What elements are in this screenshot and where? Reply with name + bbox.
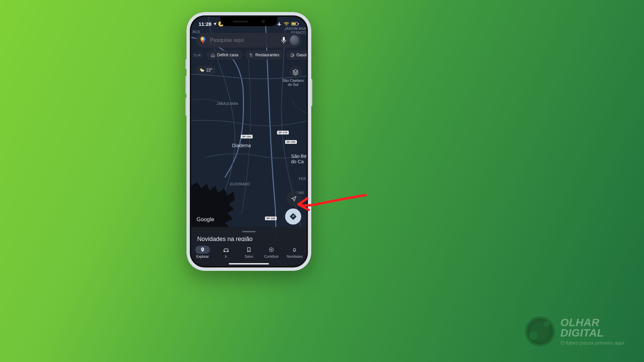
home-icon (211, 53, 215, 57)
phone-frame: 11:28 ★ (186, 12, 311, 271)
chip-label: Restaurantes (255, 53, 279, 57)
sheet-handle[interactable] (242, 231, 256, 232)
layers-icon (292, 69, 299, 75)
profile-avatar[interactable] (290, 35, 299, 45)
bottom-nav: Explorar Ir Salvo Contribuir Novidades (191, 241, 307, 266)
chip-label: Gasolina (297, 53, 307, 57)
olhar-digital-logo-icon (525, 316, 555, 347)
chip-prev-edge[interactable]: ‹ (195, 50, 204, 60)
nav-salvo[interactable]: Salvo (242, 246, 256, 258)
airplane-icon (277, 21, 282, 26)
svg-rect-1 (292, 23, 296, 25)
search-input[interactable] (209, 37, 278, 44)
phone-screen: 11:28 ★ (191, 17, 307, 266)
svg-point-3 (202, 38, 204, 40)
nav-label: Ir (225, 255, 227, 258)
notch (220, 17, 277, 26)
nav-label: Novidades (287, 255, 303, 258)
battery-icon (291, 22, 299, 26)
nav-label: Explorar (196, 255, 209, 258)
map-city-diadema: Diadema (232, 143, 251, 148)
olhar-digital-watermark: OLHAR DIGITAL O futuro passa primeiro aq… (525, 316, 624, 347)
location-arrow-icon (213, 22, 217, 26)
road-tag-sp176: SP-176 (277, 131, 289, 134)
google-watermark: Google (197, 217, 214, 223)
road-tag-sp160: SP-160 (241, 135, 253, 138)
chip-definir-casa[interactable]: Definir casa (207, 50, 242, 60)
nav-label: Salvo (245, 255, 253, 258)
watermark-tagline: O futuro passa primeiro aqui (560, 340, 624, 346)
pin-icon (200, 247, 205, 252)
annotation-arrow (295, 191, 369, 221)
layers-button[interactable] (289, 66, 302, 78)
canvas: 11:28 ★ (0, 0, 644, 362)
weather-pill[interactable]: 22° (196, 66, 216, 74)
map-city-scs: São Caetano do Sul (282, 78, 304, 86)
svg-rect-4 (283, 37, 285, 41)
nav-contribuir[interactable]: Contribuir (264, 246, 279, 258)
svg-point-8 (202, 248, 203, 249)
gas-pump-icon (290, 53, 294, 57)
map-label-fer: FER (299, 177, 306, 181)
road-tag-sp150: SP-150 (285, 140, 297, 144)
svg-point-6 (201, 69, 204, 71)
status-time: 11:28 (199, 21, 211, 27)
weather-sun-cloud-icon (199, 68, 205, 72)
map-city-sbc: São Be do Ca (291, 154, 307, 164)
nav-ir[interactable]: Ir (218, 246, 234, 258)
maps-pin-icon (200, 37, 206, 44)
map-label-jabaquara: JABAQUARA (217, 102, 238, 106)
nav-novidades[interactable]: Novidades (287, 246, 303, 258)
road-tag-sp160b: SP-160 (265, 217, 277, 220)
nav-explorar[interactable]: Explorar (195, 246, 210, 258)
watermark-line1: OLHAR (560, 317, 624, 327)
power-button (311, 79, 312, 106)
chip-restaurantes[interactable]: Restaurantes (245, 50, 283, 60)
plus-circle-icon (269, 247, 274, 252)
volume-up (185, 76, 187, 94)
weather-temp: 22° (206, 68, 212, 72)
mic-icon[interactable] (281, 37, 286, 44)
fork-knife-icon (249, 53, 253, 57)
bell-icon (292, 247, 297, 252)
mute-switch (185, 59, 187, 69)
svg-rect-2 (298, 23, 299, 24)
wifi-icon (284, 22, 289, 26)
nav-label: Contribuir (264, 255, 278, 258)
volume-down (185, 98, 187, 116)
bookmark-icon (247, 247, 251, 252)
car-icon (223, 247, 229, 252)
map-label-eldorado: ELDORADO (230, 182, 250, 186)
chip-gasolina[interactable]: Gasolina (286, 50, 307, 60)
search-bar[interactable] (196, 33, 302, 48)
category-chips: ‹ Definir casa Restaurantes Gasolina › (191, 50, 307, 60)
home-indicator[interactable] (229, 263, 269, 264)
chip-label: Definir casa (217, 53, 238, 57)
watermark-line2: DIGITAL (560, 328, 624, 338)
